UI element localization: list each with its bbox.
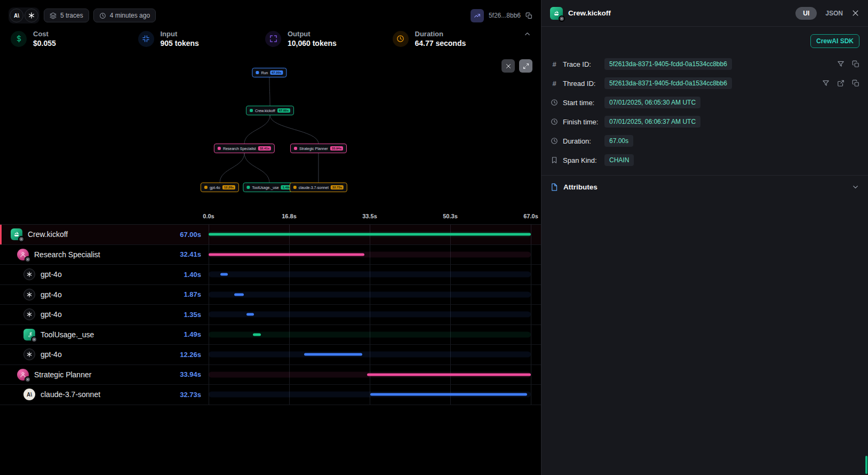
output-icon xyxy=(265,31,281,47)
span-name: Research Specialist xyxy=(34,250,100,259)
stat-label: Input xyxy=(161,30,199,38)
sdk-badge-row: CrewAI SDK xyxy=(541,27,868,51)
span-bar[interactable] xyxy=(370,393,527,396)
span-row-name: gpt-4o12.26s xyxy=(0,345,209,365)
span-duration: 1.35s xyxy=(184,311,201,319)
span-chart-cell xyxy=(209,225,531,244)
stat-label: Cost xyxy=(33,30,56,38)
copy-icon[interactable] xyxy=(852,60,859,68)
layers-icon xyxy=(50,12,57,19)
span-row-name: ToolUsage._use1.49s xyxy=(0,325,209,345)
stat-text: Duration64.77 seconds xyxy=(415,30,466,48)
span-row-name: gpt-4o1.35s xyxy=(0,305,209,324)
time-axis: 0.0s16.8s33.5s50.3s67.0s xyxy=(0,203,541,224)
span-bar[interactable] xyxy=(367,373,531,376)
trace-id-short: 5f26...8bb6 xyxy=(489,12,521,19)
filter-icon[interactable] xyxy=(837,60,845,68)
graph-expand-icon[interactable] xyxy=(519,59,532,73)
open-external-icon[interactable] xyxy=(837,80,845,87)
span-row-research-specialist[interactable]: Research Specialist32.41s xyxy=(0,245,541,265)
span-duration: 67.00s xyxy=(180,231,201,239)
span-row-gpt-4o[interactable]: gpt-4o12.26s xyxy=(0,345,541,365)
agent-icon xyxy=(218,147,221,150)
tab-ui[interactable]: UI xyxy=(795,7,817,20)
duration-icon xyxy=(393,31,409,47)
anthropic-icon: A\ xyxy=(23,389,35,400)
close-icon[interactable] xyxy=(851,9,859,17)
span-row-gpt-4o[interactable]: gpt-4o1.40s xyxy=(0,265,541,285)
stat-input: Input905 tokens xyxy=(138,30,261,48)
graph-node-research-specialist[interactable]: Research Specialist32.41s xyxy=(214,144,275,153)
span-bar[interactable] xyxy=(220,273,228,276)
graph-node-strategic-planner[interactable]: Strategic Planner33.94s xyxy=(290,144,347,153)
tab-json[interactable]: JSON xyxy=(825,10,843,17)
span-row-gpt-4o[interactable]: gpt-4o1.35s xyxy=(0,305,541,325)
span-row-name: Strategic Planner33.94s xyxy=(0,365,209,385)
chevron-down-icon xyxy=(851,183,859,191)
graph-node-label: Research Specialist xyxy=(223,147,256,151)
field-value[interactable]: 5f2613da-8371-9405-fcdd-0a1534cc8bb6 xyxy=(604,77,732,89)
span-chart-cell xyxy=(209,325,531,345)
field-label: Thread ID: xyxy=(563,80,604,88)
scrollbar-thumb[interactable] xyxy=(865,456,867,474)
span-name: gpt-4o xyxy=(41,290,62,299)
axis-tick: 0.0s xyxy=(203,213,214,219)
span-row-name: gpt-4o1.40s xyxy=(0,265,209,284)
attributes-file-icon xyxy=(550,183,558,191)
trace-stats: Cost$0.055Input905 tokensOutput10,060 to… xyxy=(0,23,541,54)
field-row-duration: Duration:67.00s xyxy=(541,131,868,151)
collapse-stats-button[interactable] xyxy=(523,30,531,38)
graph-node-label: claude-3.7-sonnet xyxy=(299,186,329,189)
anthropic-icon xyxy=(293,186,297,189)
stat-duration: Duration64.77 seconds xyxy=(393,30,516,48)
span-row-toolusage-use[interactable]: ToolUsage._use1.49s xyxy=(0,325,541,345)
span-row-claude-3-7-sonnet[interactable]: A\claude-3.7-sonnet32.73s xyxy=(0,385,541,405)
graph-controls xyxy=(501,59,532,73)
traces-count-badge[interactable]: 5 traces xyxy=(44,9,89,22)
attributes-section-toggle[interactable]: Attributes xyxy=(541,175,868,199)
span-chart-cell xyxy=(209,245,531,265)
agent-icon xyxy=(17,249,29,260)
hash-icon: # xyxy=(550,60,559,68)
span-bar[interactable] xyxy=(209,253,364,256)
openai-icon xyxy=(23,289,35,300)
field-value[interactable]: 5f2613da-8371-9405-fcdd-0a1534cc8bb6 xyxy=(604,58,732,70)
graph-node-toolusage-use[interactable]: ToolUsage._use1.49s xyxy=(243,183,296,192)
field-label: Start time: xyxy=(563,99,604,107)
span-chart-cell xyxy=(209,305,531,324)
span-row-crew-kickoff[interactable]: Crew.kickoff67.00s xyxy=(0,225,541,245)
stat-text: Cost$0.055 xyxy=(33,30,56,48)
crewai-crew-icon xyxy=(550,7,563,20)
trace-graph: Run67.00sCrew.kickoff67.00sResearch Spec… xyxy=(0,54,541,203)
filter-icon[interactable] xyxy=(822,80,830,87)
graph-node-duration: 32.41s xyxy=(258,146,271,151)
span-bar[interactable] xyxy=(209,233,531,236)
graph-node-claude-3-7-sonnet[interactable]: claude-3.7-sonnet32.73s xyxy=(290,183,347,192)
span-track xyxy=(209,272,531,278)
span-bar[interactable] xyxy=(246,313,253,316)
stat-label: Duration xyxy=(415,30,466,38)
graph-node-crew-kickoff[interactable]: Crew.kickoff67.00s xyxy=(246,106,294,115)
span-bar[interactable] xyxy=(304,353,362,356)
graph-close-icon[interactable] xyxy=(501,59,515,73)
span-rows: Crew.kickoff67.00sResearch Specialist32.… xyxy=(0,224,541,405)
graph-node-gpt-4o[interactable]: gpt-4o12.26s xyxy=(201,183,239,192)
gear-badge-icon xyxy=(18,236,25,242)
openai-logo-icon xyxy=(25,9,38,22)
panel-title: Crew.kickoff xyxy=(568,9,611,17)
graph-node-run[interactable]: Run67.00s xyxy=(252,68,286,77)
span-row-gpt-4o[interactable]: gpt-4o1.87s xyxy=(0,285,541,305)
copy-icon[interactable] xyxy=(525,12,532,19)
span-row-name: A\claude-3.7-sonnet32.73s xyxy=(0,385,209,405)
span-row-strategic-planner[interactable]: Strategic Planner33.94s xyxy=(0,365,541,385)
attributes-label: Attributes xyxy=(563,183,598,191)
field-actions xyxy=(822,80,859,87)
span-bar[interactable] xyxy=(234,293,244,296)
span-bar[interactable] xyxy=(253,333,261,336)
gear-badge-icon xyxy=(31,336,37,343)
clock-icon xyxy=(550,118,559,125)
trend-icon-button[interactable] xyxy=(471,9,484,22)
span-chart-cell xyxy=(209,345,531,365)
crewai-crew-icon xyxy=(11,228,22,240)
copy-icon[interactable] xyxy=(852,80,859,87)
